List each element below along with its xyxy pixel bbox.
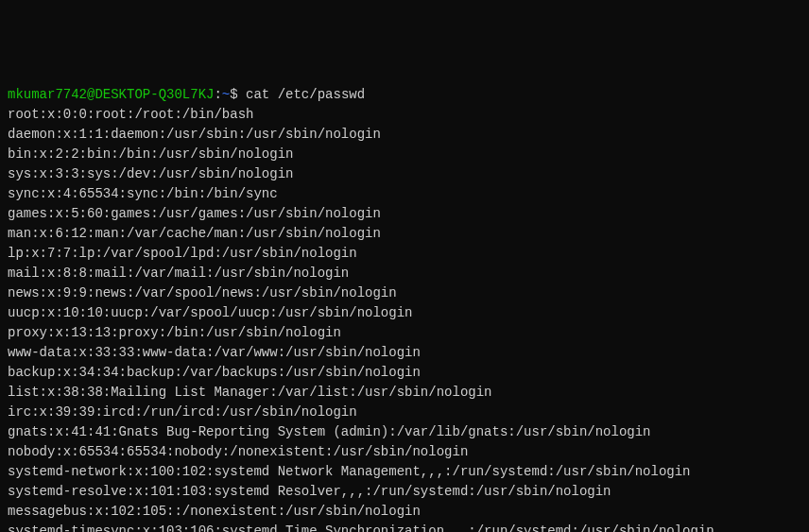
command-text: cat /etc/passwd: [246, 87, 365, 102]
passwd-line: lp:x:7:7:lp:/var/spool/lpd:/usr/sbin/nol…: [8, 246, 357, 261]
passwd-line: man:x:6:12:man:/var/cache/man:/usr/sbin/…: [8, 226, 381, 241]
prompt-symbol: $: [230, 87, 237, 102]
passwd-line: news:x:9:9:news:/var/spool/news:/usr/sbi…: [8, 285, 397, 300]
passwd-line: uucp:x:10:10:uucp:/var/spool/uucp:/usr/s…: [8, 305, 412, 320]
passwd-line: messagebus:x:102:105::/nonexistent:/usr/…: [8, 504, 421, 519]
prompt-separator: :: [214, 87, 221, 102]
passwd-line: sys:x:3:3:sys:/dev:/usr/sbin/nologin: [8, 166, 293, 181]
prompt-user-host: mkumar7742@DESKTOP-Q30L7KJ: [8, 87, 214, 102]
prompt-path: ~: [222, 87, 230, 102]
passwd-line: systemd-resolve:x:101:103:systemd Resolv…: [8, 484, 611, 499]
passwd-line: daemon:x:1:1:daemon:/usr/sbin:/usr/sbin/…: [8, 127, 381, 142]
passwd-line: root:x:0:0:root:/root:/bin/bash: [8, 107, 253, 122]
passwd-line: backup:x:34:34:backup:/var/backups:/usr/…: [8, 365, 421, 380]
passwd-line: bin:x:2:2:bin:/bin:/usr/sbin/nologin: [8, 146, 293, 162]
passwd-line: gnats:x:41:41:Gnats Bug-Reporting System…: [8, 424, 651, 439]
passwd-line: systemd-timesync:x:103:106:systemd Time …: [8, 523, 714, 532]
passwd-line: proxy:x:13:13:proxy:/bin:/usr/sbin/nolog…: [8, 325, 341, 340]
passwd-line: nobody:x:65534:65534:nobody:/nonexistent…: [8, 444, 468, 459]
passwd-line: irc:x:39:39:ircd:/run/ircd:/usr/sbin/nol…: [8, 404, 357, 420]
passwd-line: systemd-network:x:100:102:systemd Networ…: [8, 464, 691, 479]
passwd-line: games:x:5:60:games:/usr/games:/usr/sbin/…: [8, 206, 381, 221]
prompt-line: mkumar7742@DESKTOP-Q30L7KJ:~$ cat /etc/p…: [8, 87, 365, 102]
passwd-line: list:x:38:38:Mailing List Manager:/var/l…: [8, 385, 491, 400]
passwd-line: www-data:x:33:33:www-data:/var/www:/usr/…: [8, 345, 421, 360]
passwd-line: mail:x:8:8:mail:/var/mail:/usr/sbin/nolo…: [8, 266, 349, 281]
passwd-line: sync:x:4:65534:sync:/bin:/bin/sync: [8, 186, 278, 201]
terminal-output[interactable]: mkumar7742@DESKTOP-Q30L7KJ:~$ cat /etc/p…: [8, 85, 801, 532]
